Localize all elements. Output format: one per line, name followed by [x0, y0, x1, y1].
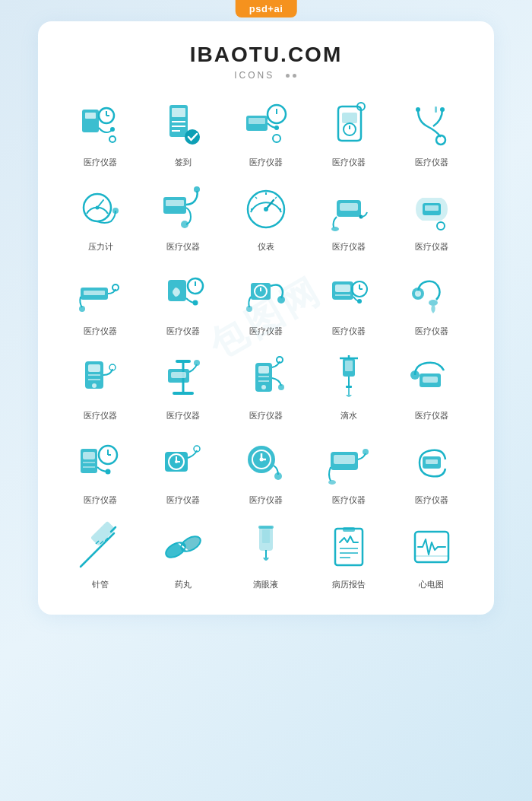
icon-gauge_dial [239, 182, 293, 237]
svg-rect-144 [335, 529, 363, 565]
svg-point-61 [277, 296, 285, 304]
icons-grid: 医疗仪器 签到 医疗仪器 医疗仪器 医疗仪器 压力计 [61, 97, 471, 590]
icon-label: 病历报告 [332, 579, 366, 590]
icon-card: 包图网 IBAOTU.COM ICONS 医疗仪器 签到 医疗仪器 [38, 21, 494, 615]
svg-point-53 [79, 306, 85, 312]
icon-bp_pocket [73, 351, 128, 405]
icon-item: 医疗仪器 [61, 351, 141, 421]
svg-rect-19 [342, 113, 357, 123]
icon-bp_desk [239, 97, 293, 152]
icon-bp_wall [73, 97, 128, 152]
icon-syringe [73, 520, 128, 574]
svg-rect-74 [88, 364, 100, 372]
svg-rect-81 [173, 392, 194, 395]
svg-rect-1 [85, 113, 96, 119]
svg-line-42 [275, 197, 277, 199]
svg-point-6 [109, 136, 116, 142]
icon-bp_arm [321, 182, 376, 237]
svg-point-114 [175, 460, 178, 463]
icon-item: 医疗仪器 [309, 182, 388, 253]
svg-rect-14 [249, 118, 265, 124]
svg-point-124 [363, 449, 369, 455]
svg-point-12 [185, 129, 200, 145]
svg-point-24 [416, 107, 420, 112]
icon-pill [156, 520, 211, 574]
svg-point-69 [357, 299, 362, 304]
svg-rect-142 [258, 526, 274, 529]
svg-point-125 [328, 480, 336, 485]
icon-label: 医疗仪器 [84, 494, 117, 506]
svg-rect-51 [84, 291, 105, 295]
icon-bp_heart [156, 266, 211, 321]
icon-label: 医疗仪器 [415, 494, 448, 506]
svg-point-91 [278, 384, 284, 390]
svg-point-72 [415, 291, 421, 297]
svg-point-18 [273, 135, 280, 142]
icon-eye_drop [239, 520, 293, 574]
svg-point-25 [440, 107, 445, 112]
icon-label: 医疗仪器 [332, 157, 366, 168]
icon-checkin [156, 97, 211, 152]
icon-label: 滴眼液 [253, 579, 278, 590]
svg-point-5 [110, 127, 115, 132]
icon-label: 医疗仪器 [249, 410, 283, 421]
svg-point-37 [264, 207, 268, 211]
icon-drip [321, 351, 376, 405]
icon-bp_digital2 [321, 266, 376, 321]
svg-point-121 [274, 472, 282, 480]
icon-label: 医疗仪器 [415, 157, 448, 168]
icon-bp_bulb [404, 266, 459, 321]
icon-label: 医疗仪器 [166, 494, 200, 506]
svg-point-17 [274, 126, 279, 130]
icon-item: 医疗仪器 [144, 435, 223, 506]
icon-label: 医疗仪器 [415, 241, 448, 253]
icon-item: 滴眼液 [226, 520, 306, 590]
svg-rect-95 [346, 386, 352, 388]
icon-bp_digital3 [156, 435, 211, 490]
icon-item: 医疗仪器 [226, 351, 306, 421]
svg-rect-48 [425, 205, 439, 211]
icon-item: 针管 [61, 520, 141, 590]
svg-line-41 [255, 197, 257, 199]
icon-bp_arm2 [321, 435, 376, 490]
icon-item: 医疗仪器 [391, 266, 471, 337]
icon-label: 滴水 [340, 410, 357, 421]
icon-item: 医疗仪器 [61, 97, 141, 168]
icon-label: 医疗仪器 [166, 410, 200, 421]
svg-point-34 [181, 221, 188, 228]
svg-rect-103 [83, 452, 95, 459]
icon-item: 医疗仪器 [226, 97, 306, 168]
icon-bp_loop [321, 97, 376, 152]
svg-point-49 [437, 222, 445, 230]
svg-rect-123 [334, 455, 355, 464]
icon-item: 医疗仪器 [309, 97, 388, 168]
icon-label: 医疗仪器 [332, 494, 366, 506]
icon-item: 仪表 [226, 182, 306, 253]
format-badge: psd+ai [236, 0, 297, 17]
icon-pressure_gauge [73, 182, 128, 237]
icon-item: 滴水 [309, 351, 388, 421]
icon-item: 医疗仪器 [61, 266, 141, 337]
icon-label: 医疗仪器 [166, 241, 200, 253]
icon-ecg [404, 520, 459, 574]
svg-line-134 [81, 564, 84, 567]
icon-item: 医疗仪器 [391, 435, 471, 506]
svg-point-89 [261, 385, 266, 389]
icon-item: 医疗仪器 [61, 435, 141, 506]
svg-rect-93 [345, 361, 353, 371]
svg-rect-8 [172, 108, 185, 117]
icon-label: 针管 [92, 579, 109, 590]
svg-rect-83 [171, 372, 186, 378]
icon-item: 医疗仪器 [391, 351, 471, 421]
icon-bp_stand [156, 351, 211, 405]
svg-rect-26 [435, 106, 437, 113]
icon-item: 药丸 [144, 520, 223, 590]
svg-rect-64 [335, 284, 350, 292]
svg-point-101 [410, 370, 420, 380]
icon-bp_round [239, 435, 293, 490]
svg-point-46 [331, 227, 339, 231]
svg-rect-86 [258, 366, 269, 373]
icon-label: 压力计 [88, 241, 113, 253]
icon-label: 医疗仪器 [332, 326, 366, 337]
svg-point-84 [194, 360, 200, 366]
